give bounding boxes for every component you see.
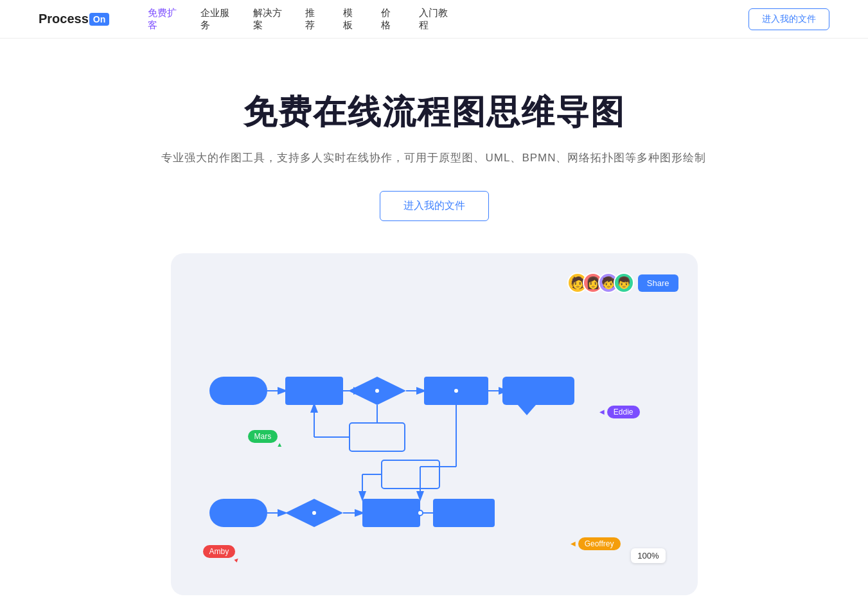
main-nav: 免费扩客 企业服务 解决方案 推荐 模板 价格 入门教程	[148, 7, 448, 31]
user-tag-mars: Mars	[248, 430, 278, 443]
svg-marker-8	[518, 405, 536, 415]
svg-rect-2	[285, 377, 343, 405]
header-enter-button[interactable]: 进入我的文件	[748, 8, 829, 30]
logo[interactable]: ProcessOn	[39, 12, 109, 26]
svg-rect-0	[209, 377, 267, 405]
nav-item-templates[interactable]: 模板	[343, 7, 358, 31]
hero-title: 免费在线流程图思维导图	[13, 90, 855, 135]
svg-point-29	[375, 388, 380, 393]
demo-wrapper: 🧑 👩 🧒 👦 Share	[0, 253, 868, 601]
svg-rect-24	[382, 460, 439, 489]
user-tag-geoffrey: Geoffrey	[578, 537, 621, 550]
demo-card: 🧑 👩 🧒 👦 Share	[171, 253, 698, 595]
hero-section: 免费在线流程图思维导图 专业强大的作图工具，支持多人实时在线协作，可用于原型图、…	[0, 39, 868, 253]
hero-subtitle: 专业强大的作图工具，支持多人实时在线协作，可用于原型图、UML、BPMN、网络拓…	[13, 150, 855, 165]
zoom-badge: 100%	[631, 548, 665, 563]
user-tag-eddie: Eddie	[607, 406, 640, 418]
flowchart-area: Mars Amby Eddie Geoffrey 100%	[190, 306, 678, 576]
nav-item-free[interactable]: 免费扩客	[148, 7, 177, 31]
logo-text: Process	[39, 12, 89, 26]
svg-point-27	[312, 510, 317, 516]
share-button[interactable]: Share	[638, 274, 678, 292]
nav-item-price[interactable]: 价格	[381, 7, 396, 31]
nav-item-recommend[interactable]: 推荐	[305, 7, 320, 31]
user-tag-amby: Amby	[203, 545, 236, 558]
svg-rect-21	[433, 499, 495, 527]
nav-item-tutorial[interactable]: 入门教程	[419, 7, 448, 31]
nav-item-solutions[interactable]: 解决方案	[253, 7, 283, 31]
svg-point-28	[418, 510, 423, 516]
logo-badge: On	[89, 13, 109, 26]
svg-rect-14	[209, 499, 267, 527]
svg-rect-10	[350, 423, 405, 451]
nav-item-enterprise[interactable]: 企业服务	[200, 7, 230, 31]
avatar-group: 🧑 👩 🧒 👦	[567, 273, 634, 293]
hero-cta-button[interactable]: 进入我的文件	[380, 191, 489, 221]
header: ProcessOn 免费扩客 企业服务 解决方案 推荐 模板 价格 入门教程 进…	[0, 0, 868, 39]
avatar-4: 👦	[614, 273, 634, 293]
svg-point-30	[454, 388, 459, 393]
collab-row: 🧑 👩 🧒 👦 Share	[190, 273, 678, 293]
